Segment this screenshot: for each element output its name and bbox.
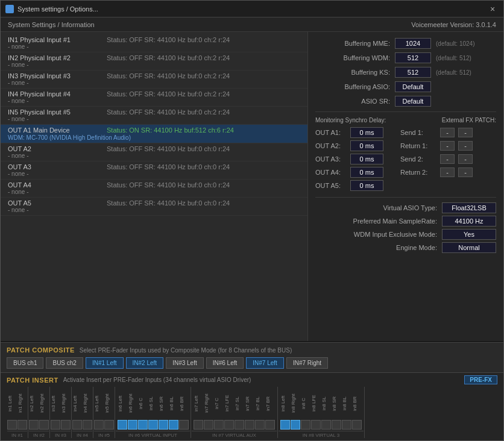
ext-btn1-1[interactable]: - [440,141,455,151]
channel-toggle-3[interactable] [39,420,49,430]
channel-toggle-17[interactable] [194,420,203,430]
channel-toggle-13[interactable] [148,420,158,430]
synchro-delay-3[interactable]: 0 ms [350,167,383,178]
channel-toggle-19[interactable] [214,420,224,430]
channel-toggle-32[interactable] [352,420,362,430]
patch-composite: PATCH COMPOSITE Select PRE-Fader Inputs … [1,342,503,372]
channel-toggle-1[interactable] [17,420,27,430]
channel-toggle-0[interactable] [7,420,17,430]
virtual-asio-value[interactable]: Float32LSB [442,202,496,213]
top-bar-left: System Settings / Information [8,21,95,28]
ext-btn1-3[interactable]: - [440,167,455,177]
engine-mode-value[interactable]: Normal [442,242,496,253]
buffering-ks-default: (default: 512) [436,69,496,76]
virtual-asio-label: Virtual ASIO Type: [383,204,437,211]
channel-toggle-21[interactable] [235,420,244,430]
device-row-outa5[interactable]: OUT A5Status: OFF SR: 44100 Hz buf:0 ch:… [1,198,307,216]
device-row-outa4[interactable]: OUT A4Status: OFF SR: 44100 Hz buf:0 ch:… [1,180,307,198]
buffering-ks-value[interactable]: 512 [395,67,431,78]
channel-label-13: in6 SL [148,387,158,420]
channel-toggle-5[interactable] [61,420,71,430]
composite-btn-5[interactable]: IN#6 Left [206,357,244,369]
synchro-delay-4[interactable]: 0 ms [350,180,383,191]
channel-toggle-14[interactable] [159,420,168,430]
channel-toggle-2[interactable] [29,420,39,430]
ext-btn1-2[interactable]: - [440,154,455,164]
ext-btn2-2[interactable]: - [458,154,473,164]
buffering-mme-row: Buffering MME: 1024 (default: 1024) [315,38,496,49]
ext-btn1-0[interactable]: - [440,128,455,137]
composite-btn-0[interactable]: BUS ch1 [7,357,43,369]
sample-rate-label: Preferred Main SampleRate: [353,217,437,225]
wdm-exclusive-value[interactable]: Yes [442,229,496,240]
composite-btn-1[interactable]: BUS ch2 [46,357,83,369]
ext-btn2-0[interactable]: - [458,128,473,137]
synchro-row-3: OUT A4:0 msReturn 2:-- [315,167,496,178]
device-sub-outa1: WDM: MC-700 (NVIDIA High Definition Audi… [8,134,300,141]
device-row-outa3[interactable]: OUT A3Status: OFF SR: 44100 Hz buf:0 ch:… [1,161,307,180]
device-row-outa1[interactable]: OUT A1 Main DeviceStatus: ON SR: 44100 H… [1,125,307,143]
channel-toggle-7[interactable] [83,420,92,430]
buffering-asio-label: Buffering ASIO: [315,83,390,90]
channel-label-30: in8 SR [332,387,341,420]
channel-toggle-31[interactable] [342,420,351,430]
device-row-in2[interactable]: IN2 Physical Input #2Status: OFF SR: 441… [1,52,307,70]
close-button[interactable]: × [490,5,499,13]
channel-toggle-9[interactable] [104,420,114,430]
channel-toggle-12[interactable] [138,420,148,430]
sample-rate-value[interactable]: 44100 Hz [442,216,496,227]
channel-toggle-28[interactable] [311,420,321,430]
channel-toggle-8[interactable] [94,420,104,430]
synchro-delay-2[interactable]: 0 ms [350,154,383,164]
device-sub-in1: - none - [8,43,300,50]
composite-btn-4[interactable]: IN#3 Left [166,357,204,369]
patch-composite-title: PATCH COMPOSITE [7,346,75,354]
composite-btn-3[interactable]: IN#2 Left [126,357,164,369]
device-name-in5: IN5 Physical Input #5 [8,108,104,116]
svg-rect-0 [7,6,13,12]
channel-toggle-22[interactable] [245,420,254,430]
channel-toggle-11[interactable] [128,420,137,430]
buffering-wdm-row: Buffering WDM: 512 (default: 512) [315,52,496,63]
synchro-delay-0[interactable]: 0 ms [350,127,383,138]
device-row-outa2[interactable]: OUT A2Status: OFF SR: 44100 Hz buf:0 ch:… [1,143,307,161]
synchro-section: Monitoring Synchro Delay: External FX PA… [315,111,496,191]
device-row-in3[interactable]: IN3 Physical Input #3Status: OFF SR: 441… [1,70,307,89]
synchro-delay-1[interactable]: 0 ms [350,140,383,151]
channel-toggle-29[interactable] [321,420,331,430]
device-row-in5[interactable]: IN5 Physical Input #5Status: OFF SR: 441… [1,107,307,125]
channel-label-7: in4 Right [83,387,92,420]
channel-toggle-10[interactable] [118,420,127,430]
composite-btn-2[interactable]: IN#1 Left [86,357,124,369]
group-label-7: IN #8 VIRTUAL 3 [279,431,364,438]
channel-label-28: in8 LFE [311,387,321,420]
ext-btn2-3[interactable]: - [458,167,473,177]
channel-toggle-20[interactable] [224,420,234,430]
composite-btn-7[interactable]: IN#7 Right [286,357,328,369]
buffering-mme-value[interactable]: 1024 [395,38,431,49]
buffering-asio-value[interactable]: Default [395,81,431,92]
buffering-wdm-value[interactable]: 512 [395,52,431,63]
channel-toggle-30[interactable] [332,420,341,430]
channel-toggle-6[interactable] [72,420,82,430]
ext-btn2-1[interactable]: - [458,141,473,151]
device-status-in3: Status: OFF SR: 44100 Hz buf:0 ch:2 r:24 [107,72,230,80]
channel-toggle-26[interactable] [291,420,300,430]
device-sub-outa4: - none - [8,189,300,195]
channel-toggle-25[interactable] [280,420,290,430]
channel-label-27: in8 C [301,387,310,420]
channel-toggle-16[interactable] [179,420,189,430]
channel-toggle-27[interactable] [301,420,310,430]
channel-toggle-23[interactable] [255,420,265,430]
asio-sr-value[interactable]: Default [395,96,431,107]
device-sub-outa2: - none - [8,152,300,159]
device-row-in1[interactable]: IN1 Physical Input #1Status: OFF SR: 441… [1,34,307,52]
channel-toggle-15[interactable] [169,420,178,430]
channel-toggle-24[interactable] [265,420,275,430]
composite-btn-6[interactable]: IN#7 Left [246,357,284,369]
device-sub-outa5: - none - [8,207,300,213]
device-row-in4[interactable]: IN4 Physical Input #4Status: OFF SR: 441… [1,89,307,107]
synchro-title: Monitoring Synchro Delay: [315,117,386,124]
channel-toggle-4[interactable] [51,420,60,430]
channel-toggle-18[interactable] [204,420,213,430]
